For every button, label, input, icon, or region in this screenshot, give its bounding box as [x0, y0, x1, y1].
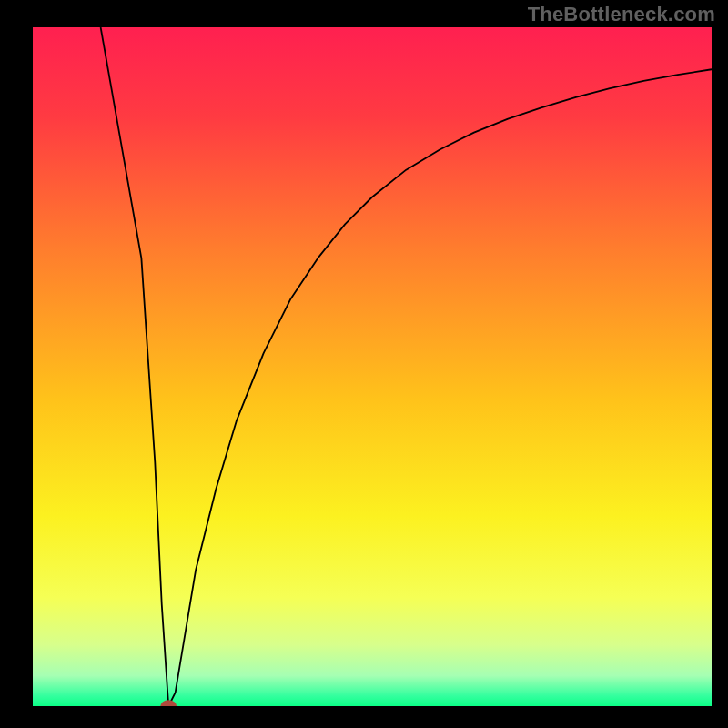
- gradient-background: [33, 27, 712, 706]
- chart-frame: TheBottleneck.com: [0, 0, 728, 728]
- chart-plot: [33, 27, 712, 706]
- watermark-text: TheBottleneck.com: [528, 3, 715, 26]
